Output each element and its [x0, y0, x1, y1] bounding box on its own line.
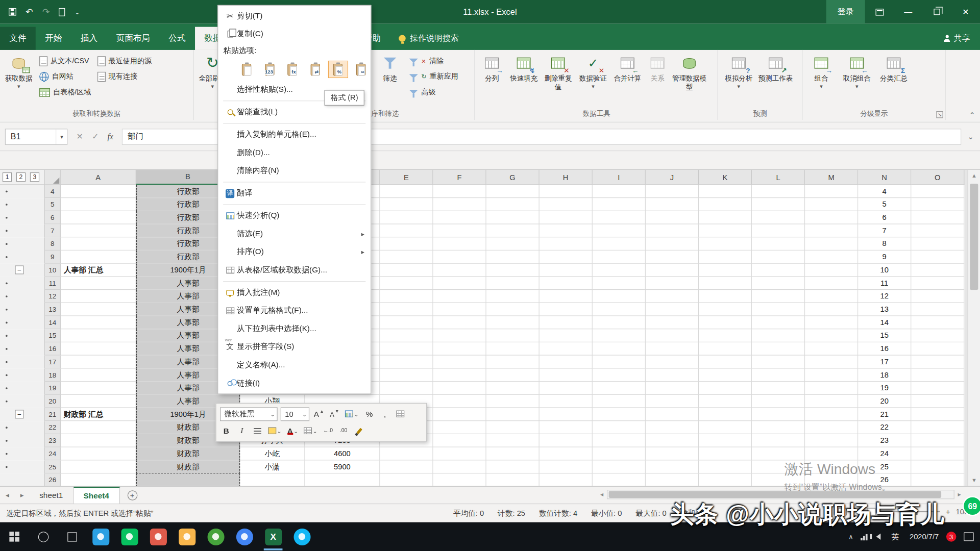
data-validation-button[interactable]: ✓✕ 数据验证▾ — [576, 53, 610, 90]
cell-K12[interactable] — [699, 290, 752, 303]
cell-H19[interactable] — [540, 382, 593, 395]
cell-B24[interactable]: 财政部 — [136, 447, 240, 461]
cell-G26[interactable] — [486, 473, 540, 486]
remove-duplicates-button[interactable]: ✕ 删除重复值 — [541, 53, 575, 91]
cell-L21[interactable] — [752, 408, 805, 421]
cell-I6[interactable] — [593, 211, 646, 224]
cell-O11[interactable] — [911, 277, 964, 290]
cell-N13[interactable]: 13 — [858, 303, 911, 316]
scroll-down-icon[interactable]: ▼ — [968, 475, 980, 486]
ungroup-button[interactable]: ← 取消组合▾ — [839, 53, 875, 90]
outline-level-3-button[interactable]: 3 — [30, 172, 39, 182]
cell-D24[interactable]: 4600 — [305, 447, 380, 461]
cell-K25[interactable] — [699, 460, 752, 473]
floating-unread-badge[interactable]: 69 — [963, 496, 980, 516]
cell-E16[interactable] — [380, 342, 433, 356]
cell-K14[interactable] — [699, 316, 752, 330]
name-box[interactable]: B1 ▾ — [5, 129, 67, 145]
cell-N18[interactable]: 18 — [858, 368, 911, 382]
subtotal-button[interactable]: Σ 分类汇总 — [876, 53, 912, 83]
row-header-8[interactable]: 8 — [45, 237, 61, 251]
insert-function-icon[interactable]: fx — [107, 132, 113, 142]
row-header-22[interactable]: 22 — [45, 421, 61, 434]
cell-M9[interactable] — [805, 251, 858, 264]
cell-O26[interactable] — [911, 473, 964, 486]
row-header-25[interactable]: 25 — [45, 460, 61, 473]
cell-O20[interactable] — [911, 395, 964, 408]
cortana-button[interactable] — [29, 522, 57, 551]
cell-F18[interactable] — [433, 368, 486, 382]
row-header-19[interactable]: 19 — [45, 382, 61, 395]
cell-O5[interactable] — [911, 198, 964, 211]
new-sheet-button[interactable]: + — [127, 490, 137, 500]
cell-J9[interactable] — [646, 251, 699, 264]
cell-F11[interactable] — [433, 277, 486, 290]
cell-F13[interactable] — [433, 303, 486, 316]
cell-K24[interactable] — [699, 447, 752, 461]
collapse-ribbon-icon[interactable]: ⌃ — [969, 111, 975, 119]
sheet-nav-left-icon[interactable]: ◂ — [0, 491, 15, 499]
cell-I18[interactable] — [593, 368, 646, 382]
cell-L20[interactable] — [752, 395, 805, 408]
cell-J17[interactable] — [646, 356, 699, 369]
cell-A19[interactable] — [61, 382, 136, 395]
cell-E13[interactable] — [380, 303, 433, 316]
cell-E15[interactable] — [380, 329, 433, 342]
cell-K11[interactable] — [699, 277, 752, 290]
column-header-J[interactable]: J — [646, 170, 699, 185]
cell-K13[interactable] — [699, 303, 752, 316]
recent-sources-button[interactable]: 最近使用的源 — [95, 53, 154, 69]
cell-A11[interactable] — [61, 277, 136, 290]
cell-O17[interactable] — [911, 356, 964, 369]
cell-N4[interactable]: 4 — [858, 185, 911, 198]
what-if-button[interactable]: ? 模拟分析▾ — [721, 53, 757, 90]
decrease-decimal-button[interactable]: .00 — [337, 424, 350, 438]
paste-option-transpose[interactable]: ⇄ — [305, 61, 325, 78]
cell-L8[interactable] — [752, 237, 805, 251]
group-button[interactable]: → 组合▾ — [805, 53, 838, 90]
cell-H12[interactable] — [540, 290, 593, 303]
cell-N21[interactable]: 21 — [858, 408, 911, 421]
cell-K8[interactable] — [699, 237, 752, 251]
cell-K15[interactable] — [699, 329, 752, 342]
manage-data-model-button[interactable]: 管理数据模型 — [671, 53, 707, 91]
row-header-14[interactable]: 14 — [45, 316, 61, 330]
cell-H17[interactable] — [540, 356, 593, 369]
cell-E10[interactable] — [380, 264, 433, 277]
cell-A18[interactable] — [61, 368, 136, 382]
sheet-tab-sheet1[interactable]: sheet1 — [30, 487, 74, 504]
consolidate-button[interactable]: ← 合并计算 — [611, 53, 644, 83]
cell-F12[interactable] — [433, 290, 486, 303]
from-text-csv-button[interactable]: 从文本/CSV — [37, 53, 93, 69]
cell-A8[interactable] — [61, 237, 136, 251]
cell-A25[interactable] — [61, 460, 136, 473]
column-header-H[interactable]: H — [540, 170, 593, 185]
cell-O4[interactable] — [911, 185, 964, 198]
cell-K26[interactable] — [699, 473, 752, 486]
cell-F26[interactable] — [433, 473, 486, 486]
menu-item-20[interactable]: 设置单元格格式(F)... — [218, 302, 371, 320]
cell-G22[interactable] — [486, 421, 540, 434]
cell-K16[interactable] — [699, 342, 752, 356]
cell-K17[interactable] — [699, 356, 752, 369]
cell-H6[interactable] — [540, 211, 593, 224]
column-header-M[interactable]: M — [805, 170, 858, 185]
cell-N12[interactable]: 12 — [858, 290, 911, 303]
customize-quick-access-icon[interactable]: ⌄ — [75, 9, 80, 15]
qq-taskbar-button[interactable] — [287, 522, 316, 551]
cell-H26[interactable] — [540, 473, 593, 486]
cell-E8[interactable] — [380, 237, 433, 251]
borders-button[interactable]: ⌄ — [303, 424, 318, 438]
cell-N7[interactable]: 7 — [858, 224, 911, 238]
cell-E19[interactable] — [380, 382, 433, 395]
cell-O22[interactable] — [911, 421, 964, 434]
cell-M10[interactable] — [805, 264, 858, 277]
cell-O16[interactable] — [911, 342, 964, 356]
cell-N14[interactable]: 14 — [858, 316, 911, 330]
cell-O12[interactable] — [911, 290, 964, 303]
row-header-4[interactable]: 4 — [45, 185, 61, 198]
merge-center-button[interactable] — [394, 407, 406, 421]
cell-K21[interactable] — [699, 408, 752, 421]
cell-I17[interactable] — [593, 356, 646, 369]
cell-F24[interactable] — [433, 447, 486, 461]
